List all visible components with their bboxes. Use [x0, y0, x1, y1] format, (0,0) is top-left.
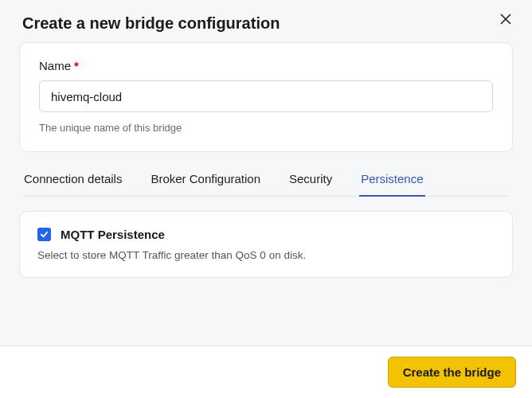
- dialog-body: Name * The unique name of this bridge Co…: [0, 39, 532, 345]
- persistence-card: MQTT Persistence Select to store MQTT Tr…: [19, 211, 513, 278]
- persistence-description: Select to store MQTT Traffic greater tha…: [37, 249, 495, 261]
- persistence-checkbox-row: MQTT Persistence: [37, 228, 495, 241]
- tab-bar: Connection details Broker Configuration …: [22, 170, 510, 197]
- name-input[interactable]: [39, 80, 493, 112]
- close-icon[interactable]: [499, 11, 513, 29]
- name-card: Name * The unique name of this bridge: [19, 42, 513, 152]
- tab-connection-details[interactable]: Connection details: [22, 170, 123, 197]
- name-help-text: The unique name of this bridge: [39, 122, 493, 134]
- dialog-header: Create a new bridge configuration: [0, 0, 532, 39]
- checkmark-icon: [40, 230, 49, 239]
- tab-persistence[interactable]: Persistence: [359, 170, 424, 197]
- required-indicator: *: [74, 59, 79, 72]
- tab-broker-configuration[interactable]: Broker Configuration: [149, 170, 262, 197]
- create-bridge-button[interactable]: Create the bridge: [388, 357, 516, 388]
- tab-security[interactable]: Security: [288, 170, 334, 197]
- mqtt-persistence-label: MQTT Persistence: [61, 228, 165, 241]
- bridge-config-dialog: Create a new bridge configuration Name *…: [0, 0, 532, 398]
- name-label: Name *: [39, 59, 493, 72]
- name-label-text: Name: [39, 59, 71, 72]
- dialog-footer: Create the bridge: [0, 345, 532, 398]
- dialog-title: Create a new bridge configuration: [22, 14, 280, 33]
- persistence-panel: MQTT Persistence Select to store MQTT Tr…: [19, 211, 513, 278]
- mqtt-persistence-checkbox[interactable]: [37, 228, 51, 241]
